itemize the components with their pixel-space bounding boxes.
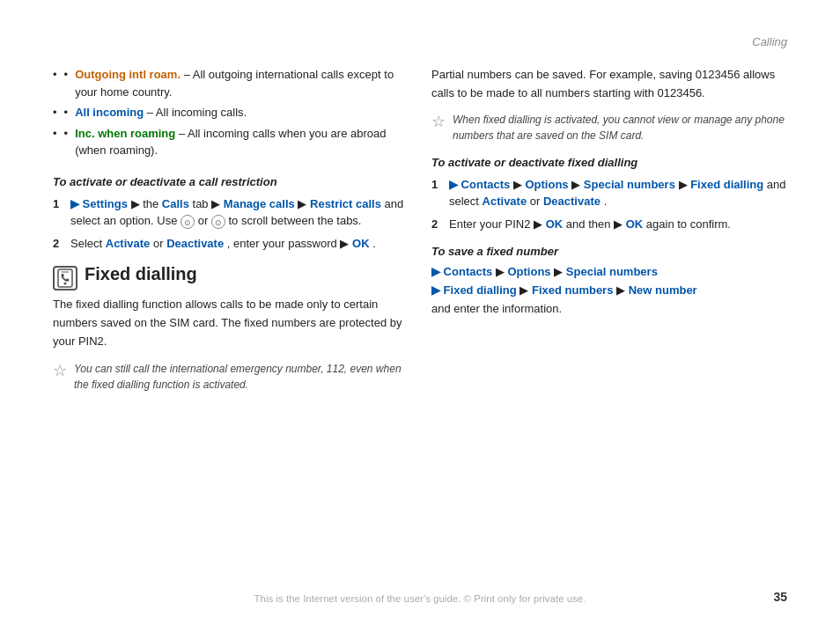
fixed-step-2: 2 Enter your PIN2 ▶ OK and then ▶ OK aga… <box>431 216 787 233</box>
list-item-text: Inc. when roaming – All incoming calls w… <box>75 125 405 159</box>
section-header: Calling <box>53 35 787 48</box>
save-fixed-section: To save a fixed number ▶ Contacts ▶ Opti… <box>431 245 787 318</box>
step-text: ▶ Contacts ▶ Options ▶ Special numbers ▶… <box>449 176 787 210</box>
save-fixed-end-text: and enter the information. <box>431 302 562 315</box>
tip-icon-right: ☆ <box>431 112 446 131</box>
save-fixed-body: ▶ Contacts ▶ Options ▶ Special numbers ▶… <box>431 263 787 318</box>
list-item: • All incoming – All incoming calls. <box>53 104 405 121</box>
step-1: 1 ▶ Settings ▶ the Calls tab ▶ Manage ca… <box>53 195 405 230</box>
contacts-link: ▶ Contacts <box>449 178 510 191</box>
step-2: 2 Select Activate or Deactivate , enter … <box>53 235 405 253</box>
bullet-icon: • <box>64 125 69 143</box>
tip-text: You can still call the international eme… <box>74 361 405 393</box>
page-number: 35 <box>773 590 787 604</box>
page: Calling • Outgoing intl roam. – All outg… <box>0 0 840 625</box>
list-item: • Inc. when roaming – All incoming calls… <box>53 125 405 159</box>
deactivate-link2: Deactivate <box>543 195 601 208</box>
step-text: Select Activate or Deactivate , enter yo… <box>70 235 376 253</box>
all-incoming-text: – All incoming calls. <box>147 106 247 119</box>
list-item: • Outgoing intl roam. – All outgoing int… <box>53 66 405 100</box>
step-number: 1 <box>431 176 442 194</box>
contacts-link2: ▶ Contacts <box>431 265 492 278</box>
content-area: • Outgoing intl roam. – All outgoing int… <box>53 66 787 403</box>
section-label: Calling <box>752 35 787 48</box>
fixed-dialling-icon: 📞 <box>53 266 77 290</box>
bullet-list: • Outgoing intl roam. – All outgoing int… <box>53 66 405 159</box>
list-item-text: Outgoing intl roam. – All outgoing inter… <box>75 66 405 100</box>
fixed-dialling-title: Fixed dialling <box>85 264 197 284</box>
svg-text:📞: 📞 <box>61 273 70 282</box>
activate-link2: Activate <box>483 195 527 208</box>
ok-link2: OK <box>546 217 564 231</box>
restrict-calls-link: Restrict calls <box>310 197 381 210</box>
save-fixed-title: To save a fixed number <box>431 245 787 258</box>
right-tip-box: ☆ When fixed dialling is activated, you … <box>431 112 787 143</box>
ok-link: OK <box>352 237 370 250</box>
fixed-dialling-body: The fixed dialling function allows calls… <box>53 296 405 350</box>
inc-roaming-label: Inc. when roaming <box>75 127 175 140</box>
options-link2: Options <box>507 265 550 278</box>
fixed-dialling-header: 📞 Fixed dialling <box>53 264 405 290</box>
partial-numbers-text: Partial numbers can be saved. For exampl… <box>431 66 787 103</box>
activate-section-title: To activate or deactivate a call restric… <box>53 175 405 188</box>
right-column: Partial numbers can be saved. For exampl… <box>431 66 787 403</box>
manage-calls-link: Manage calls <box>224 197 295 210</box>
left-column: • Outgoing intl roam. – All outgoing int… <box>53 66 405 403</box>
settings-link: ▶ Settings <box>70 197 128 210</box>
activate-fixed-steps: 1 ▶ Contacts ▶ Options ▶ Special numbers… <box>431 176 787 233</box>
special-numbers-link2: Special numbers <box>566 265 658 278</box>
bullet-icon: • <box>64 66 69 84</box>
right-tip-text: When fixed dialling is activated, you ca… <box>453 112 787 143</box>
activate-steps: 1 ▶ Settings ▶ the Calls tab ▶ Manage ca… <box>53 195 405 253</box>
ok-link3: OK <box>626 217 644 231</box>
all-incoming-label: All incoming <box>75 106 144 119</box>
footer-label: This is the Internet version of the user… <box>254 593 586 604</box>
calls-link: Calls <box>162 197 189 210</box>
step-number: 2 <box>53 235 63 253</box>
step-text: ▶ Settings ▶ the Calls tab ▶ Manage call… <box>70 195 405 230</box>
phone-icon-svg: 📞 <box>55 268 75 288</box>
left-tip-box: ☆ You can still call the international e… <box>53 361 405 393</box>
svg-point-1 <box>64 283 67 285</box>
fixed-dialling-section: 📞 Fixed dialling The fixed dialling func… <box>53 264 405 393</box>
fixed-step-1: 1 ▶ Contacts ▶ Options ▶ Special numbers… <box>431 176 787 210</box>
fixed-dialling-link: Fixed dialling <box>690 178 763 191</box>
step-number: 1 <box>53 195 63 213</box>
options-link: Options <box>525 178 568 191</box>
outgoing-label: Outgoing intl roam. <box>75 68 181 81</box>
new-number-link: New number <box>629 283 697 297</box>
special-numbers-link: Special numbers <box>584 178 675 191</box>
bullet-icon: • <box>64 104 69 121</box>
step-number: 2 <box>431 216 442 233</box>
nav-btn-2: ⊙ <box>211 215 225 229</box>
fixed-dialling-link2: ▶ Fixed dialling <box>431 283 517 297</box>
list-item-text: All incoming – All incoming calls. <box>75 104 247 121</box>
step-text: Enter your PIN2 ▶ OK and then ▶ OK again… <box>449 216 731 233</box>
activate-link: Activate <box>106 237 151 250</box>
nav-btn-1: ⊙ <box>181 215 195 229</box>
activate-fixed-title: To activate or deactivate fixed dialling <box>431 156 787 169</box>
fixed-numbers-link: Fixed numbers <box>532 283 613 297</box>
deactivate-link: Deactivate <box>166 237 224 250</box>
tip-icon: ☆ <box>53 361 67 380</box>
footer-text: This is the Internet version of the user… <box>0 593 840 604</box>
